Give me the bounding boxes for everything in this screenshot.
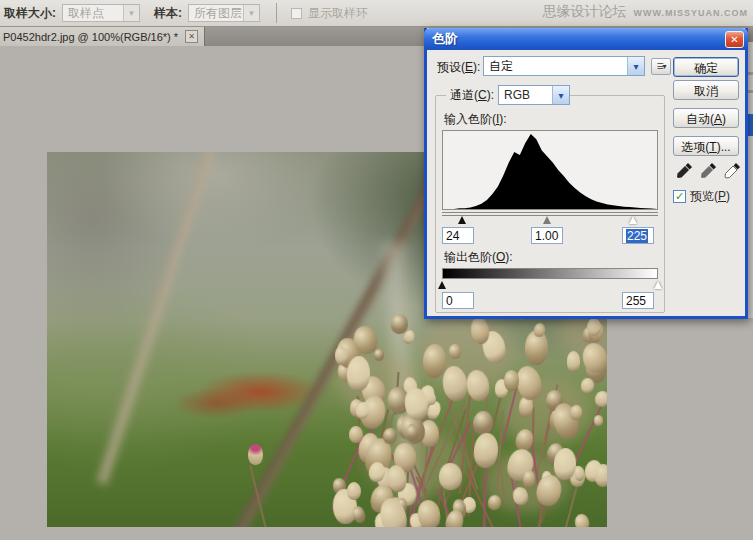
shadow-input-value: 24 xyxy=(446,229,459,243)
sample-dropdown[interactable]: 所有图层 ▾ xyxy=(188,4,260,22)
watermark-site-url: WWW.MISSYUAN.COM xyxy=(634,8,749,18)
input-slider-row xyxy=(442,216,658,225)
photo-plant-detail xyxy=(587,318,601,336)
close-icon[interactable]: ✕ xyxy=(725,31,744,48)
levels-dialog: 色阶 ✕ 预设(E): 自定 ▾ ☰▾ 确定 取消 自动(A) 选项(T)... xyxy=(424,28,748,319)
show-sampling-ring-label: 显示取样环 xyxy=(308,5,368,22)
shadow-output-field[interactable]: 0 xyxy=(442,292,474,309)
preset-options-menu-icon[interactable]: ☰▾ xyxy=(651,58,671,75)
highlight-input-value: 225 xyxy=(626,229,648,243)
tab-close-icon[interactable]: ✕ xyxy=(185,30,198,43)
eyedropper-toolbar xyxy=(676,162,741,179)
shadow-output-value: 0 xyxy=(446,294,453,308)
sample-size-dropdown[interactable]: 取样点 ▾ xyxy=(62,4,140,22)
gamma-slider[interactable] xyxy=(543,216,551,224)
highlight-output-slider[interactable] xyxy=(654,281,662,289)
show-sampling-ring-checkbox[interactable] xyxy=(291,8,302,19)
gray-point-eyedropper-icon[interactable] xyxy=(700,162,717,179)
channel-row: 通道(C): RGB ▾ xyxy=(446,85,570,105)
levels-groupbox: 通道(C): RGB ▾ 输入色阶(I): 24 xyxy=(435,95,665,313)
photo-plant-detail xyxy=(567,351,581,371)
document-tab-title: P0452hdr2.jpg @ 100%(RGB/16*) * xyxy=(3,31,178,43)
photo-plant-detail xyxy=(373,349,383,361)
shadow-output-slider[interactable] xyxy=(438,281,446,289)
photo-plant-detail xyxy=(351,505,367,525)
output-gradient-bar xyxy=(442,268,658,279)
highlight-output-value: 255 xyxy=(626,294,646,308)
preview-checkbox[interactable]: ✓ xyxy=(673,190,686,203)
dialog-title: 色阶 xyxy=(432,30,458,48)
gamma-input-value: 1.00 xyxy=(535,229,558,243)
photo-branch xyxy=(95,152,220,485)
document-tab[interactable]: P0452hdr2.jpg @ 100%(RGB/16*) * ✕ xyxy=(0,27,205,46)
preview-row: ✓ 预览(P) xyxy=(673,188,730,205)
ok-button[interactable]: 确定 xyxy=(673,57,739,77)
options-button[interactable]: 选项(T)... xyxy=(673,136,739,156)
preview-label: 预览(P) xyxy=(690,188,730,205)
chevron-down-icon: ▾ xyxy=(552,86,569,104)
photo-plant-detail xyxy=(593,414,603,425)
sample-label: 样本: xyxy=(154,5,182,22)
photo-plant-detail xyxy=(346,355,370,391)
output-slider-row xyxy=(442,281,658,290)
sample-size-label: 取样大小: xyxy=(4,5,56,22)
preset-label: 预设(E): xyxy=(437,59,480,76)
white-point-eyedropper-icon[interactable] xyxy=(724,162,741,179)
photo-plant-detail xyxy=(248,444,263,465)
channel-value: RGB xyxy=(504,88,530,102)
output-levels-label: 输出色阶(O): xyxy=(444,249,513,266)
tool-options-bar: 取样大小: 取样点 ▾ 样本: 所有图层 ▾ 显示取样环 思缘设计论坛 WWW.… xyxy=(0,0,753,27)
gamma-input-field[interactable]: 1.00 xyxy=(531,227,563,244)
cancel-button[interactable]: 取消 xyxy=(673,80,739,100)
highlight-output-field[interactable]: 255 xyxy=(622,292,654,309)
chevron-down-icon: ▾ xyxy=(243,5,259,21)
photo-plant-detail xyxy=(593,389,607,408)
input-levels-label: 输入色阶(I): xyxy=(444,111,507,128)
black-point-eyedropper-icon[interactable] xyxy=(676,162,693,179)
photo-plant-detail xyxy=(438,463,462,491)
photo-plant-detail xyxy=(347,482,361,500)
photo-plant-detail xyxy=(349,426,364,443)
photo-plant-detail xyxy=(382,427,397,444)
site-watermark: 思缘设计论坛 WWW.MISSYUAN.COM xyxy=(543,3,749,21)
photo-plant-detail xyxy=(574,513,591,527)
shadow-input-field[interactable]: 24 xyxy=(442,227,474,244)
highlight-input-field[interactable]: 225 xyxy=(622,227,654,244)
shadow-input-slider[interactable] xyxy=(458,216,466,224)
chevron-down-icon: ▾ xyxy=(123,5,139,21)
histogram xyxy=(442,130,658,210)
options-separator xyxy=(276,3,277,23)
histogram-area xyxy=(443,131,657,209)
channel-dropdown[interactable]: RGB ▾ xyxy=(498,85,570,105)
photo-plant-detail xyxy=(390,313,408,334)
channel-label: 通道(C): xyxy=(446,87,498,104)
chevron-down-icon: ▾ xyxy=(627,57,644,75)
sample-value: 所有图层 xyxy=(194,5,242,22)
preset-dropdown[interactable]: 自定 ▾ xyxy=(483,56,645,76)
photo-plant-detail xyxy=(504,370,519,391)
sample-size-value: 取样点 xyxy=(68,5,104,22)
highlight-input-slider[interactable] xyxy=(629,216,637,224)
watermark-site-name: 思缘设计论坛 xyxy=(543,3,627,21)
dialog-body: 预设(E): 自定 ▾ ☰▾ 确定 取消 自动(A) 选项(T)... xyxy=(427,50,745,319)
photo-plant-detail xyxy=(595,464,607,487)
preset-value: 自定 xyxy=(489,58,513,75)
dialog-titlebar[interactable]: 色阶 ✕ xyxy=(424,28,748,50)
auto-button[interactable]: 自动(A) xyxy=(673,108,739,128)
